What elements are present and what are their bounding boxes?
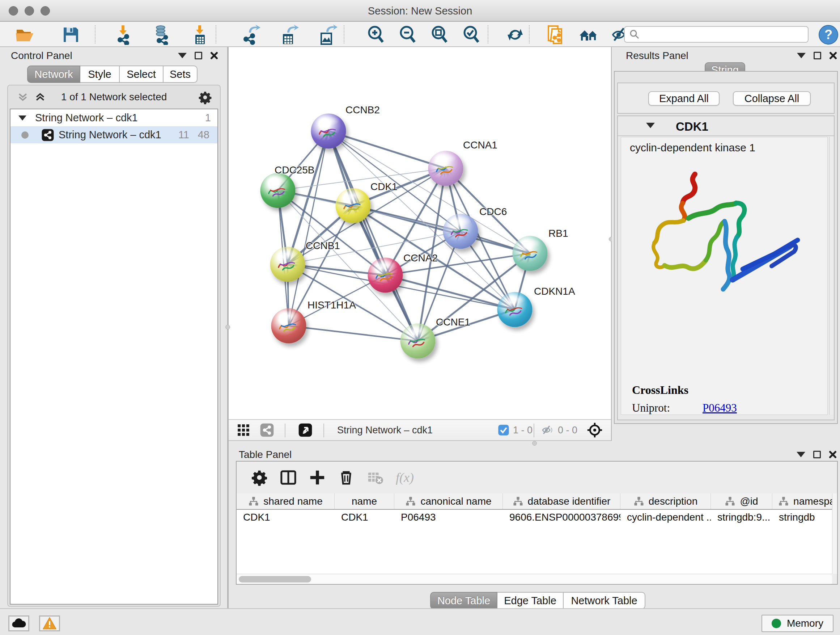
tab-network[interactable]: Network [27,65,80,83]
collapse-section-icon[interactable] [646,123,655,128]
import-table-button[interactable] [189,25,210,45]
node-CCNA2[interactable] [368,258,403,293]
panel-menu-icon[interactable] [178,53,187,58]
divider-handle[interactable] [225,325,230,329]
tab-network-table[interactable]: Network Table [564,592,645,609]
table-cell[interactable]: stringdb:9... [711,510,772,525]
node-RB1[interactable] [513,236,548,271]
column-header--id[interactable]: @id [711,494,772,509]
edge-HIST1H1A-CCNE1[interactable] [289,326,418,341]
column-header-database-identifier[interactable]: database identifier [503,494,621,509]
share-document-button[interactable] [546,25,566,45]
warning-status-button[interactable] [39,616,60,631]
table-cell[interactable]: cyclin-dependent ... [621,510,711,525]
tab-select[interactable]: Select [120,65,164,83]
expand-all-button[interactable]: Expand All [648,91,720,106]
node-CDK1[interactable] [336,188,371,223]
export-network-button[interactable] [240,25,261,45]
function-builder-icon[interactable]: f(x) [396,470,414,485]
panel-menu-icon[interactable] [797,53,806,58]
results-scrollbar[interactable] [829,137,834,415]
horizontal-splitter[interactable] [229,441,840,446]
add-column-icon[interactable] [309,469,325,486]
table-gear-icon[interactable] [251,469,268,486]
network-row[interactable]: String Network – cdk1 11 48 [11,126,218,143]
float-panel-icon[interactable] [813,52,821,59]
zoom-out-button[interactable] [398,25,418,45]
homes-button[interactable] [578,25,598,45]
cloud-status-button[interactable] [8,616,29,631]
float-panel-icon[interactable] [813,451,821,458]
delete-column-icon[interactable] [338,469,355,486]
table-cell[interactable]: P06493 [394,510,503,525]
hidden-eye-icon[interactable] [541,424,554,437]
column-header-canonical-name[interactable]: canonical name [394,494,503,509]
splitter-handle[interactable] [532,441,537,446]
network-view[interactable]: CCNB2CCNA1CDC25BCDK1CDC6RB1CCNB1CCNA2CDK… [229,47,611,419]
zoom-fit-button[interactable] [430,25,450,45]
grid-view-icon[interactable] [237,423,250,437]
panel-menu-icon[interactable] [797,452,805,457]
float-panel-icon[interactable] [195,52,202,59]
tab-sets[interactable]: Sets [164,65,197,83]
network-canvas[interactable]: CCNB2CCNA1CDC25BCDK1CDC6RB1CCNB1CCNA2CDK… [229,47,611,419]
node-CCNA1[interactable] [428,151,463,186]
table-row[interactable]: CDK1CDK1P064939606.ENSP00000378699cyclin… [237,510,832,525]
gear-icon[interactable] [198,90,212,104]
close-panel-icon[interactable] [829,51,837,59]
column-header-description[interactable]: description [621,494,711,509]
close-panel-icon[interactable] [829,450,837,458]
table-vertical-scrollbar[interactable] [832,494,837,574]
memory-button[interactable]: Memory [761,615,834,632]
network-collection-row[interactable]: String Network – cdk1 1 [11,109,218,126]
save-session-button[interactable] [61,25,81,45]
node-table[interactable]: shared namenamecanonical namedatabase id… [237,494,832,574]
table-cell[interactable]: 9606.ENSP00000378699 [503,510,621,525]
show-columns-icon[interactable] [280,469,297,486]
birdseye-view-icon[interactable] [298,423,313,437]
table-horizontal-scrollbar[interactable] [237,574,832,584]
node-CCNE1[interactable] [401,324,436,359]
crosshair-icon[interactable] [587,422,603,438]
column-header-name[interactable]: name [335,494,394,509]
warning-icon [42,617,57,630]
table-cell[interactable]: CDK1 [335,510,394,525]
zoom-in-button[interactable] [366,25,386,45]
protein-section-header[interactable]: CDK1 [618,116,834,136]
search-input[interactable] [644,29,804,40]
tab-node-table[interactable]: Node Table [430,592,497,609]
node-shine [341,190,364,201]
tab-style[interactable]: Style [80,65,120,83]
scrollbar-thumb[interactable] [239,576,311,583]
collapse-collection-icon[interactable] [19,116,27,120]
refresh-button[interactable] [505,25,525,45]
import-network-button[interactable] [113,25,133,45]
node-CDC25B[interactable] [261,173,295,208]
tab-edge-table[interactable]: Edge Table [497,592,564,609]
column-header-namespace[interactable]: namespace [772,494,832,509]
node-CDKN1A[interactable] [497,292,532,327]
edge-CCNB2-HIST1H1A[interactable] [289,131,328,326]
network-selection-status: 1 of 1 Network selected [8,91,220,103]
search-box[interactable] [624,26,808,43]
edge-CCNB2-CCNA1[interactable] [328,131,446,168]
export-image-button[interactable] [317,25,337,45]
open-session-button[interactable] [14,25,35,45]
node-CCNB2[interactable] [311,114,346,149]
close-panel-icon[interactable] [210,51,218,59]
export-table-button[interactable] [279,25,299,45]
node-HIST1H1A[interactable] [271,309,306,344]
help-button[interactable]: ? [818,25,838,45]
selected-checkbox-icon[interactable] [498,424,509,436]
zoom-selected-button[interactable] [462,25,482,45]
delete-table-icon[interactable] [367,469,384,486]
table-cell[interactable]: CDK1 [237,510,335,525]
string-view-icon[interactable] [260,423,274,437]
column-header-shared-name[interactable]: shared name [237,494,335,509]
node-CDC6[interactable] [443,214,478,249]
node-CCNB1[interactable] [270,247,305,282]
import-network-from-database-button[interactable] [151,25,172,45]
collapse-all-button[interactable]: Collapse All [733,91,811,106]
crosslink-link[interactable]: P06493 [703,402,737,415]
table-cell[interactable]: stringdb [772,510,832,525]
